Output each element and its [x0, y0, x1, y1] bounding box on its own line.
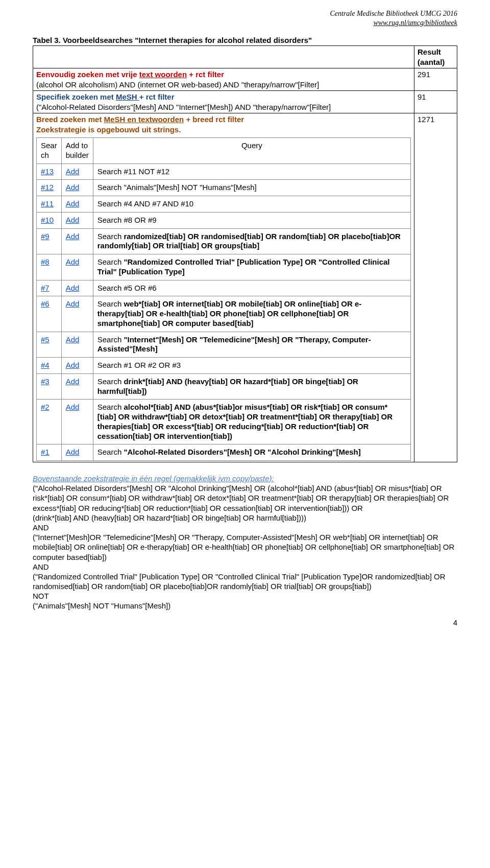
- row-1-result: 291: [414, 68, 457, 91]
- query-row: #12AddSearch "Animals"[Mesh] NOT "Humans…: [37, 180, 411, 196]
- query-text: Search #1 OR #2 OR #3: [93, 358, 410, 374]
- query-row: #4AddSearch #1 OR #2 OR #3: [37, 358, 411, 374]
- add-to-builder-link[interactable]: Add: [66, 377, 80, 386]
- query-id-link[interactable]: #9: [41, 232, 50, 241]
- query-text: Search randomized[tiab] OR randomised[ti…: [93, 228, 410, 254]
- add-to-builder-link[interactable]: Add: [66, 167, 80, 176]
- row-3-result: 1271: [414, 113, 457, 462]
- row-1-content: Eenvoudig zoeken met vrije text woorden …: [33, 68, 414, 91]
- query-row: #11AddSearch #4 AND #7 AND #10: [37, 196, 411, 213]
- query-id-link[interactable]: #3: [41, 377, 50, 386]
- query-row: #3AddSearch drink*[tiab] AND (heavy[tiab…: [37, 373, 411, 400]
- query-id-link[interactable]: #7: [41, 284, 50, 292]
- query-text: Search #4 AND #7 AND #10: [93, 196, 410, 213]
- footer-strategy: Bovenstaande zoekstrategie in één regel …: [33, 474, 457, 611]
- query-text: Search web*[tiab] OR internet[tiab] OR m…: [93, 296, 410, 332]
- inner-head-search: Sear ch: [37, 138, 62, 164]
- query-text: Search "Animals"[Mesh] NOT "Humans"[Mesh…: [93, 180, 410, 196]
- add-to-builder-link[interactable]: Add: [66, 216, 80, 224]
- row-3-content: Breed zoeken met MeSH en textwoorden + b…: [33, 113, 414, 462]
- query-text: Search drink*[tiab] AND (heavy[tiab] OR …: [93, 373, 410, 400]
- query-text: Search #11 NOT #12: [93, 163, 410, 180]
- table-header-result: Result (aantal): [414, 46, 457, 68]
- query-id-link[interactable]: #13: [41, 167, 54, 176]
- query-id-link[interactable]: #5: [41, 335, 50, 344]
- query-id-link[interactable]: #10: [41, 216, 54, 224]
- query-row: #8AddSearch "Randomized Controlled Trial…: [37, 254, 411, 280]
- row-2-result: 91: [414, 91, 457, 113]
- page-header: Centrale Medische Bibliotheek UMCG 2016 …: [330, 9, 457, 27]
- page-number: 4: [33, 618, 457, 627]
- query-id-link[interactable]: #12: [41, 183, 54, 192]
- query-row: #1AddSearch "Alcohol-Related Disorders"[…: [37, 444, 411, 461]
- query-id-link[interactable]: #4: [41, 361, 50, 369]
- add-to-builder-link[interactable]: Add: [66, 361, 80, 369]
- add-to-builder-link[interactable]: Add: [66, 448, 80, 456]
- query-id-link[interactable]: #8: [41, 257, 50, 266]
- header-org: Centrale Medische Bibliotheek UMCG 2016: [330, 10, 457, 17]
- query-text: Search "Internet"[Mesh] OR "Telemedicine…: [93, 332, 410, 358]
- query-text: Search #8 OR #9: [93, 212, 410, 228]
- header-url-link[interactable]: www.rug.nl/umcg/bibliotheek: [373, 19, 457, 27]
- add-to-builder-link[interactable]: Add: [66, 232, 80, 241]
- inner-head-query: Query: [93, 138, 410, 164]
- query-text: Search "Randomized Controlled Trial" [Pu…: [93, 254, 410, 280]
- add-to-builder-link[interactable]: Add: [66, 335, 80, 344]
- query-row: #6AddSearch web*[tiab] OR internet[tiab]…: [37, 296, 411, 332]
- query-row: #7AddSearch #5 OR #6: [37, 280, 411, 296]
- add-to-builder-link[interactable]: Add: [66, 403, 80, 411]
- add-to-builder-link[interactable]: Add: [66, 284, 80, 292]
- query-history-table: Sear ch Add to builder Query #13AddSearc…: [36, 137, 411, 461]
- query-id-link[interactable]: #6: [41, 299, 50, 308]
- query-text: Search "Alcohol-Related Disorders"[Mesh]…: [93, 444, 410, 461]
- query-text: Search #5 OR #6: [93, 280, 410, 296]
- query-row: #10AddSearch #8 OR #9: [37, 212, 411, 228]
- query-text: Search alcohol*[tiab] AND (abus*[tiab]or…: [93, 400, 410, 444]
- row-2-content: Specifiek zoeken met MeSH + rct filter (…: [33, 91, 414, 113]
- query-row: #9AddSearch randomized[tiab] OR randomis…: [37, 228, 411, 254]
- inner-head-add: Add to builder: [61, 138, 93, 164]
- add-to-builder-link[interactable]: Add: [66, 183, 80, 192]
- add-to-builder-link[interactable]: Add: [66, 199, 80, 208]
- query-row: #2AddSearch alcohol*[tiab] AND (abus*[ti…: [37, 400, 411, 444]
- table-header-empty: [33, 46, 414, 68]
- query-id-link[interactable]: #1: [41, 448, 50, 456]
- table-caption: Tabel 3. Voorbeeldsearches "Internet the…: [33, 36, 457, 44]
- query-row: #13AddSearch #11 NOT #12: [37, 163, 411, 180]
- query-id-link[interactable]: #11: [41, 199, 54, 208]
- query-id-link[interactable]: #2: [41, 403, 50, 411]
- main-table: Result (aantal) Eenvoudig zoeken met vri…: [33, 45, 457, 462]
- add-to-builder-link[interactable]: Add: [66, 299, 80, 308]
- query-row: #5AddSearch "Internet"[Mesh] OR "Telemed…: [37, 332, 411, 358]
- add-to-builder-link[interactable]: Add: [66, 257, 80, 266]
